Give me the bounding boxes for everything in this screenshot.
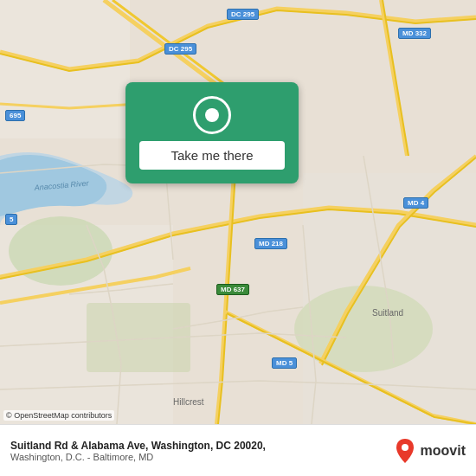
road-badge-md4: MD 4 [403, 197, 428, 209]
road-badge-dc295-2: DC 295 [164, 43, 196, 55]
road-badge-dc295-1: DC 295 [227, 9, 259, 20]
osm-attribution: © OpenStreetMap contributors [3, 410, 114, 421]
svg-point-10 [402, 444, 408, 451]
address-line2: Washington, D.C. - Baltimore, MD [10, 452, 393, 462]
map-container[interactable]: Anacostia River Suitland Hillcrest DC 29… [0, 0, 476, 424]
take-me-there-button[interactable]: Take me there [139, 141, 285, 170]
road-badge-695: 695 [5, 110, 25, 121]
address-line1: Suitland Rd & Alabama Ave, Washington, D… [10, 440, 393, 452]
road-badge-md332: MD 332 [398, 28, 431, 39]
moovit-pin-icon [393, 437, 417, 465]
info-bar: Suitland Rd & Alabama Ave, Washington, D… [0, 424, 476, 476]
road-badge-md218: MD 218 [254, 238, 287, 249]
location-pin [193, 96, 231, 134]
svg-text:Suitland: Suitland [372, 308, 403, 318]
address-block: Suitland Rd & Alabama Ave, Washington, D… [10, 440, 393, 462]
location-card: Take me there [125, 82, 299, 183]
moovit-logo: moovit [393, 437, 466, 465]
road-badge-md5: MD 5 [272, 357, 297, 369]
road-badge-5: 5 [5, 214, 17, 225]
svg-text:Hillcrest: Hillcrest [173, 397, 204, 407]
road-badge-md637: MD 637 [216, 284, 249, 295]
moovit-text: moovit [421, 443, 466, 459]
svg-point-5 [294, 286, 433, 372]
pin-inner [205, 108, 219, 122]
